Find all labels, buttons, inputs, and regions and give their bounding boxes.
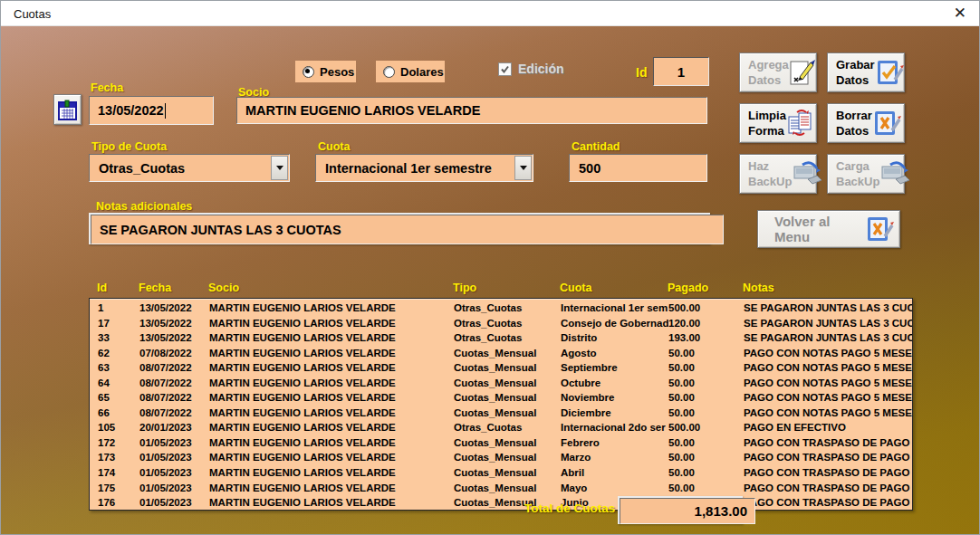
table-cell: MARTIN EUGENIO LARIOS VELARDE — [209, 495, 454, 511]
carga-backup-line1: Carga — [836, 158, 879, 174]
table-cell: 33 — [90, 330, 139, 346]
table-cell: Agosto — [561, 346, 668, 361]
notas-label: Notas adicionales — [96, 200, 192, 213]
table-cell: 64 — [90, 376, 139, 391]
tipo-cuota-combobox[interactable]: Otras_Cuotas — [89, 154, 290, 182]
text-caret — [165, 103, 166, 119]
title-bar: Cuotas ✕ — [1, 1, 979, 26]
column-header: Pagado — [668, 282, 743, 296]
agrega-datos-button[interactable]: AgregaDatos — [739, 53, 817, 92]
table-cell: 500.00 — [668, 420, 744, 435]
table-row[interactable]: 3313/05/2022MARTIN EUGENIO LARIOS VELARD… — [90, 330, 912, 346]
table-cell: 07/08/2022 — [139, 346, 209, 361]
column-header: Notas — [743, 282, 913, 296]
table-cell: Cuotas_Mensual — [454, 390, 561, 406]
table-cell: Internacional 2do ser — [561, 420, 668, 435]
table-row[interactable]: 1713/05/2022MARTIN EUGENIO LARIOS VELARD… — [90, 316, 912, 331]
cuota-combobox[interactable]: Internacional 1er semestre — [315, 154, 533, 182]
table-row[interactable]: 10520/01/2023MARTIN EUGENIO LARIOS VELAR… — [90, 420, 912, 435]
table-cell: MARTIN EUGENIO LARIOS VELARDE — [209, 406, 454, 421]
table-cell: PAGO CON NOTAS PAGO 5 MESES A — [744, 360, 912, 376]
table-cell: Cuotas_Mensual — [454, 435, 561, 451]
chevron-down-icon — [276, 166, 283, 170]
dolares-radio[interactable]: Dolares — [376, 61, 445, 82]
close-icon[interactable]: ✕ — [954, 5, 966, 23]
borrar-datos-button[interactable]: BorrarDatos — [827, 103, 905, 143]
table-cell: MARTIN EUGENIO LARIOS VELARDE — [209, 346, 454, 361]
pesos-radio[interactable]: Pesos — [295, 61, 356, 82]
table-cell: SE PAGARON JUNTAS LAS 3 CUOTA — [744, 301, 912, 316]
fecha-value: 13/05/2022 — [98, 103, 164, 118]
borrar-line1: Borrar — [836, 108, 872, 123]
table-cell: 50.00 — [668, 390, 744, 406]
documents-refresh-icon — [786, 109, 815, 138]
limpia-forma-button[interactable]: LimpiaForma — [739, 103, 817, 143]
page-pen-icon — [789, 58, 816, 87]
total-cuotas-label: Total de Cuotas — [524, 502, 615, 515]
table-cell: 01/05/2023 — [139, 495, 209, 511]
table-row[interactable]: 6408/07/2022MARTIN EUGENIO LARIOS VELARD… — [90, 376, 912, 391]
tipo-cuota-value: Otras_Cuotas — [99, 161, 185, 176]
table-row[interactable]: 6508/07/2022MARTIN EUGENIO LARIOS VELARD… — [90, 390, 912, 406]
table-cell: 175 — [90, 481, 139, 496]
table-row[interactable]: 6308/07/2022MARTIN EUGENIO LARIOS VELARD… — [90, 360, 912, 376]
tipo-cuota-dropdown-button[interactable] — [271, 156, 288, 180]
table-cell: MARTIN EUGENIO LARIOS VELARDE — [209, 450, 454, 465]
cantidad-input[interactable]: 500 — [569, 154, 707, 182]
fecha-input[interactable]: 13/05/2022 — [89, 96, 214, 125]
table-row[interactable]: 17401/05/2023MARTIN EUGENIO LARIOS VELAR… — [90, 465, 912, 481]
table-cell: 105 — [90, 420, 139, 435]
edicion-checkbox[interactable]: Edición — [498, 62, 564, 76]
table-cell: PAGO EN EFECTIVO — [744, 420, 912, 435]
table-row[interactable]: 17201/05/2023MARTIN EUGENIO LARIOS VELAR… — [90, 435, 912, 451]
table-row[interactable]: 17301/05/2023MARTIN EUGENIO LARIOS VELAR… — [90, 450, 912, 465]
table-row[interactable]: 17601/05/2023MARTIN EUGENIO LARIOS VELAR… — [90, 495, 912, 511]
checkbox-checked-icon — [498, 62, 512, 76]
edicion-label: Edición — [518, 62, 564, 76]
table-cell: MARTIN EUGENIO LARIOS VELARDE — [209, 420, 454, 435]
table-cell: 50.00 — [668, 450, 744, 465]
cuota-dropdown-button[interactable] — [514, 156, 532, 180]
notas-input[interactable]: SE PAGARON JUNTAS LAS 3 CUOTAS — [91, 215, 724, 244]
table-row[interactable]: 113/05/2022MARTIN EUGENIO LARIOS VELARDE… — [90, 301, 912, 316]
column-header: Socio — [208, 282, 453, 296]
table-cell: Cuotas_Mensual — [454, 376, 561, 391]
table-cell: Otras_Cuotas — [454, 301, 561, 316]
table-cell: 63 — [90, 360, 139, 376]
table-row[interactable]: 6207/08/2022MARTIN EUGENIO LARIOS VELARD… — [90, 346, 912, 361]
socio-input[interactable]: MARTIN EUGENIO LARIOS VELARDE — [236, 97, 707, 124]
table-cell: 08/07/2022 — [139, 406, 209, 421]
table-cell: MARTIN EUGENIO LARIOS VELARDE — [209, 360, 454, 376]
radio-unselected-icon — [383, 66, 395, 78]
table-cell: 173 — [90, 450, 139, 465]
agrega-line2: Datos — [748, 72, 789, 88]
table-cell: PAGO CON TRASPASO DE PAGO DE — [744, 435, 912, 451]
radio-selected-icon — [303, 66, 314, 78]
cuotas-list[interactable]: 113/05/2022MARTIN EUGENIO LARIOS VELARDE… — [89, 298, 913, 511]
dolares-radio-label: Dolares — [400, 65, 444, 79]
table-cell: Febrero — [561, 435, 668, 451]
column-header: Cuota — [560, 282, 668, 296]
cantidad-label: Cantidad — [572, 140, 620, 153]
table-cell: Octubre — [561, 376, 668, 391]
table-cell: 50.00 — [668, 465, 744, 481]
table-cell: 65 — [90, 390, 139, 406]
table-cell: 50.00 — [668, 360, 744, 376]
table-cell: MARTIN EUGENIO LARIOS VELARDE — [209, 301, 454, 316]
clipboard-check-icon — [875, 58, 904, 87]
calendar-button[interactable] — [53, 94, 82, 125]
table-cell: 50.00 — [668, 406, 744, 421]
table-cell: 20/01/2023 — [139, 420, 209, 435]
fecha-label: Fecha — [91, 81, 123, 94]
volver-al-menu-button[interactable]: Volver al Menu — [757, 210, 900, 248]
chevron-down-icon — [520, 166, 527, 170]
grabar-datos-button[interactable]: GrabarDatos — [827, 53, 905, 92]
table-row[interactable]: 6608/07/2022MARTIN EUGENIO LARIOS VELARD… — [90, 406, 912, 421]
table-cell: SE PAGARON JUNTAS LAS 3 CUOTA — [744, 316, 912, 331]
haz-backup-button[interactable]: HazBackUp — [739, 154, 817, 194]
table-row[interactable]: 17501/05/2023MARTIN EUGENIO LARIOS VELAR… — [90, 481, 912, 496]
carga-backup-button[interactable]: CargaBackUp — [827, 154, 905, 194]
grabar-line1: Grabar — [836, 57, 875, 72]
carga-backup-line2: BackUp — [836, 174, 879, 189]
borrar-line2: Datos — [836, 123, 872, 139]
